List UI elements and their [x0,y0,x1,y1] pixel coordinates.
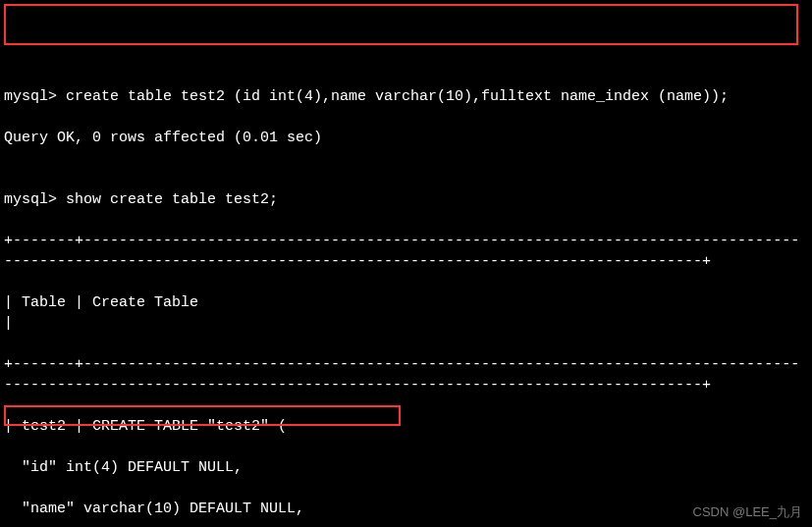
terminal-line: Query OK, 0 rows affected (0.01 sec) [4,128,808,148]
terminal-line: "id" int(4) DEFAULT NULL, [4,457,808,478]
terminal-line: mysql> show create table test2; [4,189,808,210]
terminal-line: | Table | Create Table | [4,292,808,334]
highlight-create-table [4,4,798,45]
terminal-line: | test2 | CREATE TABLE "test2" ( [4,416,808,437]
terminal-line: +-------+-------------------------------… [4,231,808,272]
terminal-line: +-------+-------------------------------… [4,354,808,395]
watermark-text: CSDN @LEE_九月 [693,503,802,521]
terminal-line: mysql> create table test2 (id int(4),nam… [4,86,808,107]
terminal-line: "name" varchar(10) DEFAULT NULL, [4,499,808,519]
